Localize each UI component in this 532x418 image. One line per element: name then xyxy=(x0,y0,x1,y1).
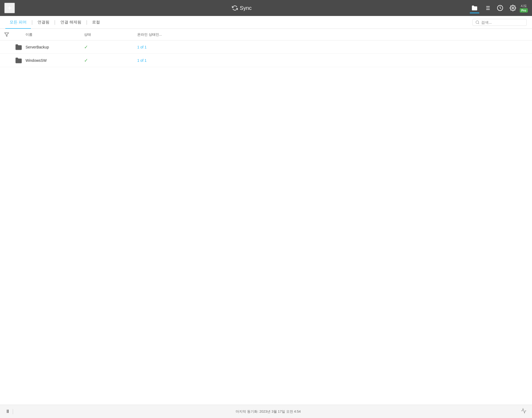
tab-local[interactable]: 로컬 xyxy=(88,16,104,29)
tab-disconnected[interactable]: 연결 해제됨 xyxy=(56,16,86,29)
search-box[interactable] xyxy=(472,19,527,26)
search-icon xyxy=(475,20,480,24)
tab-separator-1: | xyxy=(31,19,33,25)
table-row[interactable]: ServerBackup ✓ 1 of 1 xyxy=(0,40,532,54)
app-title: Sync xyxy=(17,5,467,11)
svg-point-7 xyxy=(512,7,514,9)
row-online-status: 1 of 1 xyxy=(137,45,528,49)
svg-marker-10 xyxy=(5,33,9,36)
clock-icon xyxy=(497,5,503,11)
pause-button[interactable]: ⏸ xyxy=(5,409,10,414)
tab-separator-3: | xyxy=(86,19,88,25)
check-icon: ✓ xyxy=(84,58,88,63)
last-sync-text: 마지막 동기화: 2023년 3월 17일 오전 4:54 xyxy=(16,409,521,414)
table-body: ServerBackup ✓ 1 of 1 WindowsSW ✓ 1 of 1 xyxy=(0,40,532,67)
pro-badge: Pro xyxy=(520,8,528,13)
table-row[interactable]: WindowsSW ✓ 1 of 1 xyxy=(0,54,532,67)
history-button[interactable] xyxy=(494,2,506,14)
list-button[interactable] xyxy=(481,2,493,14)
folder-icon xyxy=(15,43,26,51)
files-button[interactable] xyxy=(469,2,480,14)
col-online-header: 온라인 상태인... xyxy=(137,32,528,37)
search-input[interactable] xyxy=(481,20,524,24)
settings-button[interactable] xyxy=(507,2,519,14)
row-name: WindowsSW xyxy=(26,58,84,63)
col-name-header: 이름 xyxy=(26,32,84,37)
check-icon: ✓ xyxy=(84,44,88,50)
tab-all-peers[interactable]: 모든 피어 xyxy=(5,16,31,29)
tab-connected[interactable]: 연결됨 xyxy=(33,16,54,29)
add-button[interactable]: + xyxy=(4,3,15,13)
svg-line-9 xyxy=(478,23,479,24)
pause-icon: ⏸ xyxy=(5,409,10,414)
toolbar-actions: 시도 Pro xyxy=(469,2,528,14)
status-divider xyxy=(13,409,13,414)
row-status: ✓ xyxy=(84,58,137,63)
status-bar: ⏸ 마지막 동기화: 2023년 3월 17일 오전 4:54 xyxy=(0,405,532,418)
row-name: ServerBackup xyxy=(26,45,84,49)
svg-point-8 xyxy=(476,21,479,24)
pro-try-label: 시도 xyxy=(521,4,527,8)
activity-icon[interactable] xyxy=(521,408,527,415)
sync-icon xyxy=(232,5,238,11)
folder-icon xyxy=(15,57,26,64)
row-status: ✓ xyxy=(84,44,137,50)
app-title-text: Sync xyxy=(240,5,252,11)
folder-icon xyxy=(471,5,478,11)
nav-tabs: 모든 피어 | 연결됨 | 연결 해제됨 | 로컬 xyxy=(0,16,532,29)
list-icon xyxy=(484,5,491,11)
row-online-status: 1 of 1 xyxy=(137,58,528,63)
col-status-header: 상태 xyxy=(84,32,137,37)
tab-separator-2: | xyxy=(54,19,56,25)
table-header: 이름 상태 온라인 상태인... xyxy=(0,29,532,40)
toolbar: + Sync xyxy=(0,0,532,16)
pro-button[interactable]: 시도 Pro xyxy=(520,4,528,13)
filter-icon[interactable] xyxy=(4,32,15,37)
gear-icon xyxy=(510,5,516,11)
